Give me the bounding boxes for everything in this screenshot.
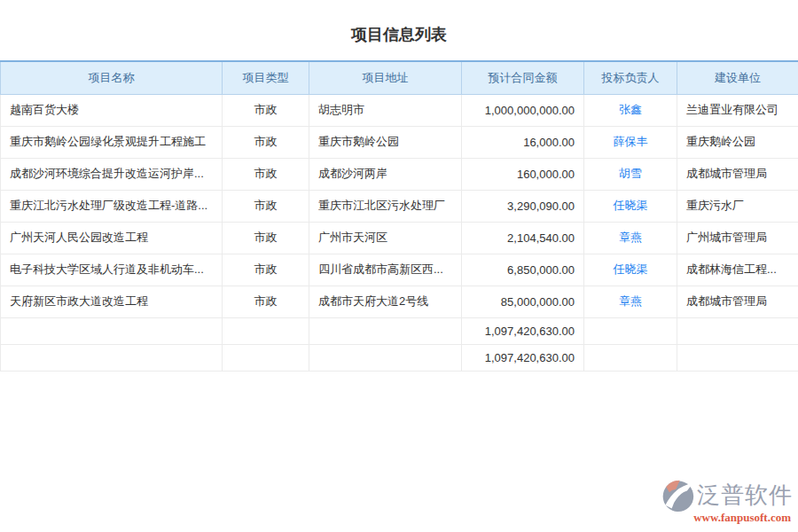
cell-construction-unit: 兰迪置业有限公司 bbox=[677, 94, 798, 126]
bid-leader-link[interactable]: 章燕 bbox=[619, 294, 642, 308]
cell-project-address: 重庆市鹅岭公园 bbox=[309, 126, 462, 158]
column-header-bid-leader: 投标负责人 bbox=[584, 61, 677, 94]
cell-bid-leader: 胡雪 bbox=[584, 158, 677, 190]
summary-cell-construction-unit bbox=[677, 344, 798, 371]
summary-cell-project-type bbox=[223, 344, 309, 371]
cell-contract-amount: 3,290,090.00 bbox=[462, 190, 584, 222]
cell-project-type: 市政 bbox=[223, 94, 309, 126]
summary-cell-construction-unit bbox=[677, 317, 798, 344]
cell-contract-amount: 1,000,000,000.00 bbox=[462, 94, 584, 126]
cell-bid-leader: 章燕 bbox=[584, 222, 677, 254]
vendor-brand-row: 泛普软件 bbox=[660, 477, 793, 512]
cell-bid-leader: 薛保丰 bbox=[584, 126, 677, 158]
cell-project-type: 市政 bbox=[223, 222, 309, 254]
column-header-project-address: 项目地址 bbox=[309, 61, 462, 94]
table-row: 电子科技大学区域人行道及非机动车...市政四川省成都市高新区西...6,850,… bbox=[1, 254, 798, 286]
summary-row: 1,097,420,630.00 bbox=[1, 344, 798, 371]
column-header-project-name: 项目名称 bbox=[1, 61, 223, 94]
cell-contract-amount: 2,104,540.00 bbox=[462, 222, 584, 254]
cell-construction-unit: 成都林海信工程... bbox=[677, 254, 798, 286]
table-header: 项目名称项目类型项目地址预计合同金额投标负责人建设单位 bbox=[1, 61, 798, 94]
table-header-row: 项目名称项目类型项目地址预计合同金额投标负责人建设单位 bbox=[1, 61, 798, 94]
column-header-contract-amount: 预计合同金额 bbox=[462, 61, 584, 94]
cell-bid-leader: 章燕 bbox=[584, 286, 677, 317]
page: 项目信息列表 项目名称项目类型项目地址预计合同金额投标负责人建设单位 越南百货大… bbox=[0, 0, 798, 372]
cell-project-address: 广州市天河区 bbox=[309, 222, 462, 254]
table-row: 成都沙河环境综合提升改造运河护岸...市政成都沙河两岸160,000.00胡雪成… bbox=[1, 158, 798, 190]
cell-project-name: 广州天河人民公园改造工程 bbox=[1, 222, 223, 254]
cell-project-name: 越南百货大楼 bbox=[1, 94, 223, 126]
cell-contract-amount: 85,000,000.00 bbox=[462, 286, 584, 317]
page-title: 项目信息列表 bbox=[0, 0, 798, 60]
bid-leader-link[interactable]: 任晓渠 bbox=[614, 262, 648, 276]
cell-project-address: 胡志明市 bbox=[309, 94, 462, 126]
cell-project-type: 市政 bbox=[223, 286, 309, 317]
cell-contract-amount: 160,000.00 bbox=[462, 158, 584, 190]
cell-construction-unit: 重庆污水厂 bbox=[677, 190, 798, 222]
cell-bid-leader: 任晓渠 bbox=[584, 254, 677, 286]
cell-project-address: 重庆市江北区污水处理厂 bbox=[309, 190, 462, 222]
column-header-construction-unit: 建设单位 bbox=[677, 61, 798, 94]
bid-leader-link[interactable]: 胡雪 bbox=[619, 167, 642, 180]
summary-cell-contract-amount: 1,097,420,630.00 bbox=[462, 317, 584, 344]
summary-cell-contract-amount: 1,097,420,630.00 bbox=[462, 344, 584, 371]
cell-construction-unit: 广州城市管理局 bbox=[677, 222, 798, 254]
vendor-brand-name: 泛普软件 bbox=[697, 480, 793, 511]
cell-project-type: 市政 bbox=[223, 158, 309, 190]
cell-project-type: 市政 bbox=[223, 126, 309, 158]
summary-cell-bid-leader bbox=[584, 344, 677, 371]
column-header-project-type: 项目类型 bbox=[223, 61, 309, 94]
cell-contract-amount: 16,000.00 bbox=[462, 126, 584, 158]
cell-project-address: 成都沙河两岸 bbox=[309, 158, 462, 190]
cell-project-type: 市政 bbox=[223, 254, 309, 286]
cell-project-type: 市政 bbox=[223, 190, 309, 222]
cell-project-name: 电子科技大学区域人行道及非机动车... bbox=[1, 254, 223, 286]
table-row: 广州天河人民公园改造工程市政广州市天河区2,104,540.00章燕广州城市管理… bbox=[1, 222, 798, 254]
summary-cell-project-address bbox=[309, 344, 462, 371]
cell-project-name: 天府新区市政大道改造工程 bbox=[1, 286, 223, 317]
bid-leader-link[interactable]: 张鑫 bbox=[619, 103, 642, 116]
cell-construction-unit: 成都城市管理局 bbox=[677, 286, 798, 317]
vendor-logo[interactable]: 泛普软件 www.fanpusoft.com bbox=[660, 477, 793, 525]
cell-project-name: 重庆江北污水处理厂级改造工程-道路... bbox=[1, 190, 223, 222]
cell-construction-unit: 成都城市管理局 bbox=[677, 158, 798, 190]
table-row: 重庆江北污水处理厂级改造工程-道路...市政重庆市江北区污水处理厂3,290,0… bbox=[1, 190, 798, 222]
summary-cell-project-type bbox=[223, 317, 309, 344]
summary-cell-project-address bbox=[309, 317, 462, 344]
bid-leader-link[interactable]: 章燕 bbox=[619, 231, 642, 244]
cell-project-name: 重庆市鹅岭公园绿化景观提升工程施工 bbox=[1, 126, 223, 158]
summary-cell-bid-leader bbox=[584, 317, 677, 344]
bid-leader-link[interactable]: 薛保丰 bbox=[614, 135, 648, 148]
table-row: 重庆市鹅岭公园绿化景观提升工程施工市政重庆市鹅岭公园16,000.00薛保丰重庆… bbox=[1, 126, 798, 158]
cell-contract-amount: 6,850,000.00 bbox=[462, 254, 584, 286]
summary-cell-project-name bbox=[1, 344, 223, 371]
vendor-website-link[interactable]: www.fanpusoft.com bbox=[693, 511, 793, 525]
summary-row: 1,097,420,630.00 bbox=[1, 317, 798, 344]
cell-project-address: 成都市天府大道2号线 bbox=[309, 286, 462, 317]
cell-project-name: 成都沙河环境综合提升改造运河护岸... bbox=[1, 158, 223, 190]
project-info-table: 项目名称项目类型项目地址预计合同金额投标负责人建设单位 越南百货大楼市政胡志明市… bbox=[0, 60, 798, 372]
table-row: 天府新区市政大道改造工程市政成都市天府大道2号线85,000,000.00章燕成… bbox=[1, 286, 798, 317]
cell-project-address: 四川省成都市高新区西... bbox=[309, 254, 462, 286]
fanpu-logo-icon bbox=[660, 477, 695, 512]
summary-cell-project-name bbox=[1, 317, 223, 344]
table-row: 越南百货大楼市政胡志明市1,000,000,000.00张鑫兰迪置业有限公司 bbox=[1, 94, 798, 126]
cell-bid-leader: 张鑫 bbox=[584, 94, 677, 126]
bid-leader-link[interactable]: 任晓渠 bbox=[614, 199, 648, 212]
cell-bid-leader: 任晓渠 bbox=[584, 190, 677, 222]
cell-construction-unit: 重庆鹅岭公园 bbox=[677, 126, 798, 158]
